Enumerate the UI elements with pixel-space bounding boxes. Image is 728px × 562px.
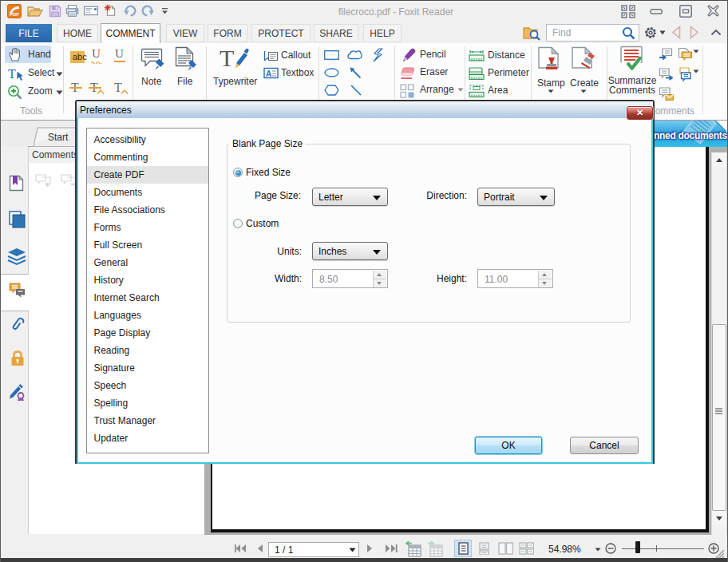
svg-text:T: T [8, 67, 16, 81]
svg-text:A: A [266, 69, 271, 78]
svg-text:PDF: PDF [10, 12, 19, 17]
svg-text:T: T [220, 46, 234, 71]
